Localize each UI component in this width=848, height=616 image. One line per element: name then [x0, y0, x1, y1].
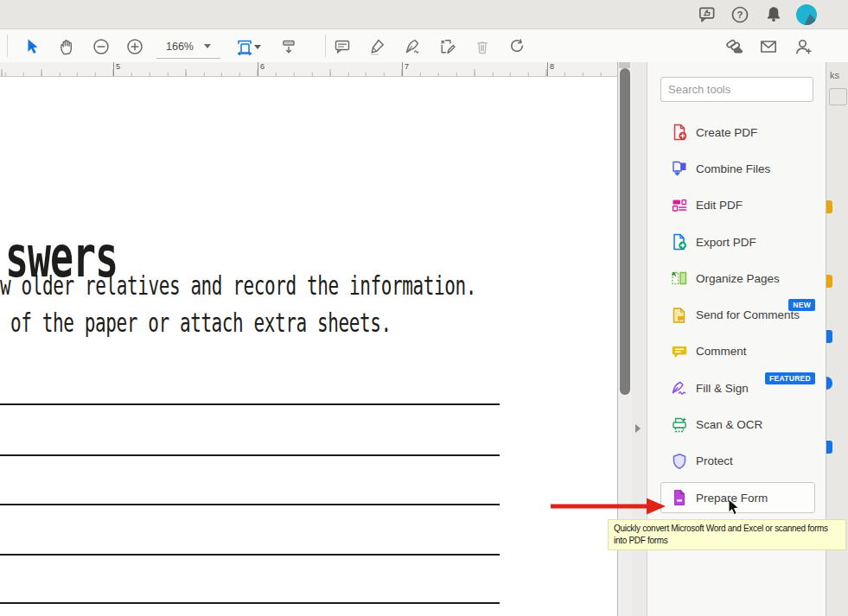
tool-item-comment[interactable]: Comment: [647, 333, 826, 370]
zoom-in-button[interactable]: [124, 35, 146, 58]
answer-line: [0, 554, 500, 556]
tool-item-label: Scan & OCR: [696, 418, 762, 431]
share-link-button[interactable]: [723, 35, 745, 58]
add-comment-button[interactable]: [331, 35, 354, 58]
zoom-out-button[interactable]: [90, 35, 112, 58]
acrobat-window: ?: [0, 0, 848, 616]
tool-item-label: Combine Files: [696, 162, 770, 175]
export-pdf-icon: [671, 233, 688, 251]
tool-item-create-pdf[interactable]: Create PDF: [647, 114, 826, 150]
tool-item-export-pdf[interactable]: Export PDF: [647, 224, 826, 260]
redo-icon[interactable]: [506, 35, 528, 58]
answer-line: [0, 403, 500, 405]
tool-item-protect[interactable]: Protect: [647, 443, 826, 479]
scrollbar-corner: [619, 62, 630, 68]
document-text-line: w older relatives and record the informa…: [0, 270, 476, 301]
tool-item-label: Organize Pages: [696, 272, 780, 285]
prepare-form-tooltip: Quickly convert Microsoft Word and Excel…: [608, 519, 846, 550]
tool-item-combine-files[interactable]: Combine Files: [647, 150, 826, 187]
select-tool-button[interactable]: [21, 35, 43, 58]
vertical-scrollbar-thumb[interactable]: [620, 68, 630, 395]
answer-line: [0, 454, 500, 456]
ruler-mark: 8: [547, 62, 554, 76]
help-icon[interactable]: ?: [729, 3, 751, 26]
app-top-bar: ?: [0, 0, 848, 29]
pdf-page: swers w older relatives and record the i…: [0, 77, 617, 616]
comment-icon: [671, 343, 688, 360]
tool-item-label: Send for Comments: [696, 308, 800, 321]
prepare-form-icon: [671, 489, 688, 506]
document-text-line: of the paper or attach extra sheets.: [10, 308, 392, 338]
account-avatar[interactable]: [795, 3, 818, 26]
horizontal-ruler: 5 6 7 8: [0, 62, 617, 77]
zoom-level-dropdown[interactable]: 166%: [156, 35, 220, 59]
send-for-comments-icon: [671, 307, 688, 324]
tools-list: Create PDF Combine Files Edit PDF: [647, 114, 826, 516]
tool-item-send-for-comments[interactable]: NEW Send for Comments: [647, 296, 826, 333]
answer-line: [0, 602, 500, 604]
zoom-level-value: 166%: [166, 41, 194, 53]
partial-button-outline: [829, 88, 847, 105]
partial-icon: [826, 441, 832, 454]
svg-text:?: ?: [737, 10, 743, 20]
tool-item-label: Comment: [696, 345, 747, 358]
new-badge: NEW: [788, 299, 815, 311]
tool-item-organize-pages[interactable]: Organize Pages: [647, 260, 826, 296]
fill-sign-tool-button[interactable]: [401, 35, 424, 58]
red-annotation-arrow: [551, 496, 667, 520]
answer-line: [0, 504, 500, 505]
tool-item-edit-pdf[interactable]: Edit PDF: [647, 187, 826, 224]
chevron-down-icon: [254, 45, 261, 49]
combine-files-icon: [671, 160, 688, 177]
edit-stamp-tool-button[interactable]: [437, 35, 459, 58]
add-account-button[interactable]: [792, 35, 814, 58]
send-email-button[interactable]: [757, 35, 780, 58]
bookmarks-tab-fragment[interactable]: ks: [830, 70, 839, 80]
partial-icon: [826, 275, 832, 288]
tool-item-label: Edit PDF: [696, 199, 743, 212]
tool-item-label: Prepare Form: [696, 492, 768, 505]
create-pdf-icon: [671, 124, 688, 141]
partial-icon: [826, 200, 832, 213]
scan-ocr-icon: [671, 416, 688, 434]
fit-width-dropdown-caret[interactable]: [252, 35, 263, 58]
hand-tool-button[interactable]: [55, 35, 78, 58]
protect-shield-icon: [671, 453, 688, 470]
tool-item-label: Protect: [696, 454, 733, 467]
quick-tools-toolbar: 166%: [0, 29, 848, 63]
highlight-tool-button[interactable]: [366, 35, 388, 58]
partial-icon: [826, 377, 832, 390]
ruler-mark: 5: [113, 62, 120, 76]
tool-item-scan-ocr[interactable]: Scan & OCR: [647, 406, 826, 442]
toolbar-divider: [325, 35, 326, 57]
search-tools-input[interactable]: [660, 77, 813, 102]
tool-item-label: Fill & Sign: [696, 382, 749, 395]
page-scroll-mode-button[interactable]: [277, 35, 300, 58]
tool-item-label: Export PDF: [696, 236, 756, 249]
fill-sign-icon: [671, 379, 688, 397]
partial-icon: [826, 330, 832, 343]
delete-tool-button[interactable]: [471, 35, 494, 58]
tool-item-label: Create PDF: [696, 126, 757, 139]
tool-item-fill-sign[interactable]: FEATURED Fill & Sign: [647, 370, 826, 406]
ruler-mark: 6: [258, 62, 265, 76]
chevron-down-icon: [204, 44, 211, 48]
featured-badge: FEATURED: [765, 372, 815, 384]
toolbar-divider: [7, 35, 8, 57]
edit-pdf-icon: [671, 197, 688, 214]
feedback-icon[interactable]: [696, 3, 718, 26]
collapse-panel-arrow[interactable]: [635, 424, 641, 433]
bell-icon[interactable]: [762, 3, 785, 26]
ruler-mark: 7: [402, 62, 409, 76]
organize-pages-icon: [671, 270, 688, 287]
